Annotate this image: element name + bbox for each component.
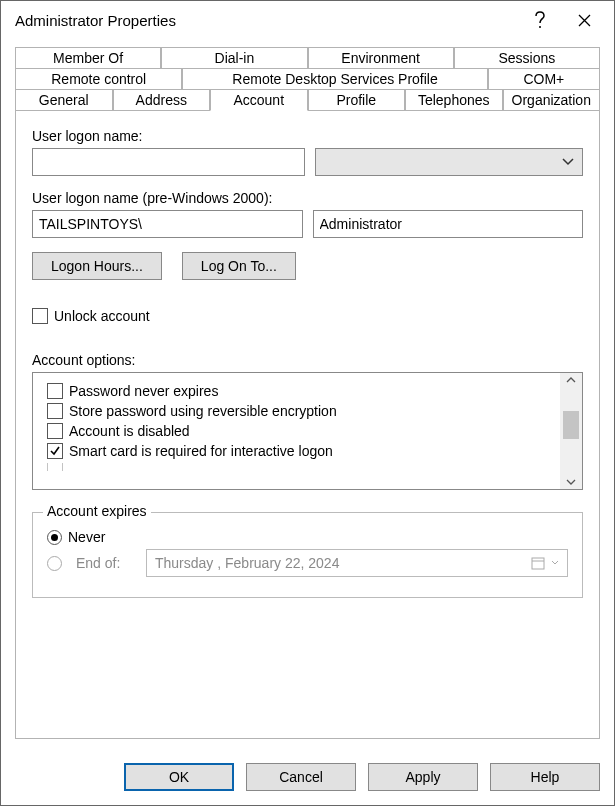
tabs-row-1: Member Of Dial-in Environment Sessions [15,47,600,68]
cancel-button[interactable]: Cancel [246,763,356,791]
tab-com-plus[interactable]: COM+ [488,68,600,90]
tab-remote-control[interactable]: Remote control [15,68,182,90]
option-label: Store password using reversible encrypti… [69,403,337,419]
pre2000-user-input[interactable] [313,210,584,238]
unlock-account-checkbox[interactable] [32,308,48,324]
help-button[interactable] [518,1,562,39]
option-reversible-encryption-checkbox[interactable] [47,403,63,419]
svg-point-0 [539,26,541,28]
tabs-row-2: Remote control Remote Desktop Services P… [15,68,600,89]
option-smart-card-checkbox[interactable] [47,443,63,459]
account-options-list: Password never expires Store password us… [32,372,583,490]
scroll-up-icon [566,377,576,383]
close-button[interactable] [562,1,606,39]
expires-date-display: Thursday , February 22, 2024 [155,555,525,571]
scroll-down-icon [566,479,576,485]
option-account-disabled-checkbox[interactable] [47,423,63,439]
titlebar: Administrator Properties [1,1,614,39]
pre2000-domain-input[interactable] [32,210,303,238]
logon-name-label: User logon name: [32,128,583,144]
apply-button[interactable]: Apply [368,763,478,791]
ok-button[interactable]: OK [124,763,234,791]
pre2000-label: User logon name (pre-Windows 2000): [32,190,583,206]
tabs-row-3: General Address Account Profile Telephon… [15,89,600,110]
tab-address[interactable]: Address [113,89,211,111]
chevron-down-icon [551,560,559,566]
tab-dial-in[interactable]: Dial-in [161,47,307,69]
tab-telephones[interactable]: Telephones [405,89,503,111]
checkmark-icon [49,445,61,457]
svg-rect-1 [532,558,544,569]
option-label: Account is disabled [69,423,190,439]
chevron-down-icon [562,158,574,166]
logon-name-input[interactable] [32,148,305,176]
expires-end-of-label: End of: [76,555,132,571]
expires-date-picker[interactable]: Thursday , February 22, 2024 [146,549,568,577]
help-button-footer[interactable]: Help [490,763,600,791]
tab-general[interactable]: General [15,89,113,111]
tab-member-of[interactable]: Member Of [15,47,161,69]
option-password-never-expires-checkbox[interactable] [47,383,63,399]
account-expires-legend: Account expires [43,503,151,519]
scrollbar-thumb[interactable] [563,411,579,439]
option-label: Smart card is required for interactive l… [69,443,333,459]
account-expires-group: Account expires Never End of: Thursday ,… [32,512,583,598]
tab-remote-desktop-services-profile[interactable]: Remote Desktop Services Profile [182,68,487,90]
expires-never-radio[interactable] [47,530,62,545]
expires-end-of-radio[interactable] [47,556,62,571]
log-on-to-button[interactable]: Log On To... [182,252,296,280]
tab-organization[interactable]: Organization [503,89,601,111]
tab-profile[interactable]: Profile [308,89,406,111]
option-label: Password never expires [69,383,218,399]
window-title: Administrator Properties [15,12,518,29]
tab-environment[interactable]: Environment [308,47,454,69]
upn-suffix-combo[interactable] [315,148,584,176]
option-partial-checkbox[interactable] [47,463,63,471]
expires-never-label: Never [68,529,105,545]
tab-account[interactable]: Account [210,89,308,111]
tab-strip: Member Of Dial-in Environment Sessions R… [15,47,600,110]
close-icon [578,14,591,27]
unlock-account-label: Unlock account [54,308,150,324]
calendar-icon [531,556,545,570]
dialog-body: Member Of Dial-in Environment Sessions R… [1,39,614,751]
options-scrollbar[interactable] [560,373,582,489]
dialog-footer: OK Cancel Apply Help [1,751,614,805]
question-icon [534,11,546,29]
tab-sessions[interactable]: Sessions [454,47,600,69]
account-options-label: Account options: [32,352,583,368]
logon-hours-button[interactable]: Logon Hours... [32,252,162,280]
properties-dialog: Administrator Properties Member Of Dial-… [0,0,615,806]
tab-panel-account: User logon name: User logon name (pre-Wi… [15,109,600,739]
